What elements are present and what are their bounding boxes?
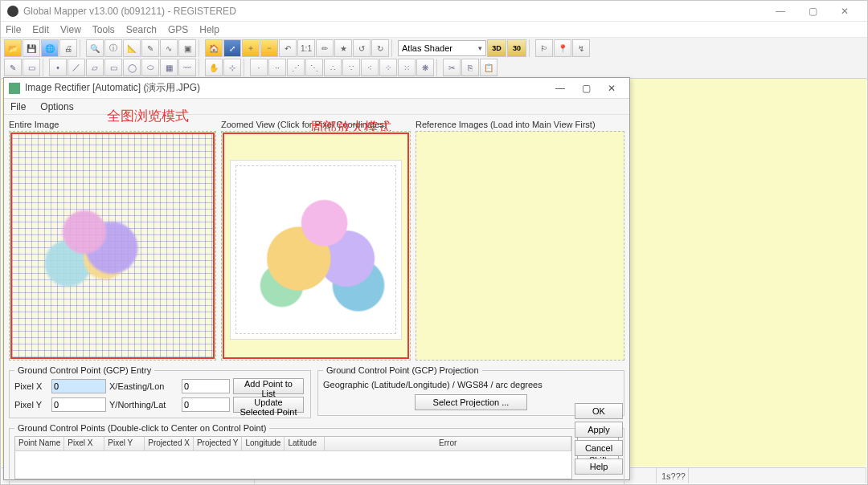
select-icon[interactable]: ▭ <box>23 59 40 76</box>
cancel-button[interactable]: Cancel <box>575 440 623 456</box>
dialog-minimize-button[interactable]: — <box>547 79 573 97</box>
dialog-close-button[interactable]: ✕ <box>599 79 624 97</box>
digitizer-icon[interactable]: ✎ <box>4 59 22 76</box>
y-northing-label: Y/Northing/Lat <box>109 400 178 410</box>
full-extent-icon[interactable]: ⤢ <box>223 39 241 57</box>
pixel-y-label: Pixel Y <box>14 400 48 410</box>
toolbar-row-2: ✎ ▭ • ／ ▱ ▭ ◯ ⬭ ▦ 〰 ✋ ⊹ · ·· ⋰ ⋱ ∴ ∵ ⁖ ⁘… <box>4 59 864 76</box>
pt1-icon[interactable]: · <box>250 59 268 76</box>
zoom-in-icon[interactable]: ＋ <box>242 39 260 57</box>
col-longitude[interactable]: Longitude <box>242 437 285 450</box>
zoom-tool-icon[interactable]: 🔍 <box>86 39 104 57</box>
pt10-icon[interactable]: ❋ <box>416 59 434 76</box>
print-icon[interactable]: 🖨 <box>59 39 77 57</box>
dialog-body: 全图浏览模式 Entire Image Zoomed View (Click f… <box>4 115 629 479</box>
point-tool-icon[interactable]: • <box>49 59 67 76</box>
line-tool-icon[interactable]: ／ <box>68 59 85 76</box>
x-easting-input[interactable] <box>182 379 230 393</box>
zoom-scale-icon[interactable]: 1:1 <box>297 39 315 57</box>
pt2-icon[interactable]: ·· <box>268 59 286 76</box>
shader-combo[interactable]: Atlas Shader <box>398 40 486 56</box>
gcp-table-body[interactable] <box>15 451 571 479</box>
maximize-button[interactable]: ▢ <box>796 2 829 20</box>
pt7-icon[interactable]: ⁖ <box>361 59 379 76</box>
home-icon[interactable]: 🏠 <box>205 39 223 57</box>
gcp-projection-legend: Ground Control Point (GCP) Projection <box>323 365 482 375</box>
track-icon[interactable]: ↯ <box>572 39 590 57</box>
btn-3d[interactable]: 3D <box>487 39 506 57</box>
pt9-icon[interactable]: ⁙ <box>398 59 416 76</box>
measure-tool-icon[interactable]: 📐 <box>123 39 141 57</box>
pt6-icon[interactable]: ∵ <box>342 59 360 76</box>
entire-image-pane[interactable] <box>9 131 216 361</box>
apply-button[interactable]: Apply <box>575 422 623 438</box>
y-northing-input[interactable] <box>182 397 230 412</box>
col-projected-y[interactable]: Projected Y <box>194 437 243 450</box>
gcp-list-fieldset: Ground Control Points (Double-click to C… <box>9 423 624 485</box>
globe-icon[interactable]: 🌐 <box>41 39 59 57</box>
menu-file[interactable]: File <box>6 24 21 35</box>
pt4-icon[interactable]: ⋱ <box>305 59 323 76</box>
area-tool-icon[interactable]: ▱ <box>86 59 104 76</box>
gps-icon[interactable]: 📍 <box>554 39 571 57</box>
col-error[interactable]: Error <box>325 437 571 450</box>
vertex-edit-icon[interactable]: ⊹ <box>223 59 241 76</box>
favorite-icon[interactable]: ★ <box>334 39 352 57</box>
undo-icon[interactable]: ↺ <box>353 39 371 57</box>
pan-icon[interactable]: ✋ <box>205 59 223 76</box>
toolbars: 📂 💾 🌐 🖨 🔍 ⓘ 📐 ✎ ∿ ▣ 🏠 ⤢ ＋ － ↶ 1:1 ✏ ★ ↺ … <box>1 38 867 80</box>
ok-button[interactable]: OK <box>575 403 623 419</box>
freehand-tool-icon[interactable]: 〰 <box>178 59 196 76</box>
zoomed-view-pane[interactable] <box>221 131 411 361</box>
col-projected-x[interactable]: Projected X <box>145 437 194 450</box>
dialog-maximize-button[interactable]: ▢ <box>573 79 599 97</box>
grid-tool-icon[interactable]: ▦ <box>160 59 178 76</box>
pixel-x-input[interactable] <box>51 379 106 393</box>
rect-tool-icon[interactable]: ▭ <box>104 59 122 76</box>
flag-icon[interactable]: 🏳 <box>535 39 553 57</box>
swath-icon[interactable]: ∿ <box>160 39 178 57</box>
reference-images-pane[interactable] <box>416 131 624 361</box>
x-easting-label: X/Easting/Lon <box>109 381 178 391</box>
circle-tool-icon[interactable]: ◯ <box>123 59 141 76</box>
menu-edit[interactable]: Edit <box>32 24 49 35</box>
col-pixel-y[interactable]: Pixel Y <box>104 437 145 450</box>
help-button[interactable]: Help <box>575 459 623 475</box>
zoom-out-icon[interactable]: － <box>260 39 278 57</box>
add-point-button[interactable]: Add Point to List <box>233 378 304 394</box>
gcp-table[interactable]: Point Name Pixel X Pixel Y Projected X P… <box>14 436 572 479</box>
minimize-button[interactable]: — <box>764 2 796 20</box>
select-projection-button[interactable]: Select Projection ... <box>415 394 527 410</box>
dialog-menu-file[interactable]: File <box>10 101 26 112</box>
main-titlebar: Global Mapper v13.00 (b091211) - REGISTE… <box>1 1 867 22</box>
pt8-icon[interactable]: ⁘ <box>379 59 397 76</box>
pencil2-icon[interactable]: ✏ <box>316 39 334 57</box>
update-point-button[interactable]: Update Selected Point <box>233 397 304 413</box>
pt3-icon[interactable]: ⋰ <box>287 59 305 76</box>
ellipse-tool-icon[interactable]: ⬭ <box>141 59 159 76</box>
cut-icon[interactable]: ✂ <box>443 59 461 76</box>
copy-icon[interactable]: ⎘ <box>461 59 479 76</box>
btn-3d-alt[interactable]: 30 <box>507 39 526 57</box>
pt5-icon[interactable]: ∴ <box>324 59 342 76</box>
menu-search[interactable]: Search <box>126 24 157 35</box>
save-icon[interactable]: 💾 <box>23 39 40 57</box>
redo-icon[interactable]: ↻ <box>371 39 389 57</box>
close-button[interactable]: ✕ <box>829 2 861 20</box>
paste-icon[interactable]: 📋 <box>480 59 497 76</box>
pencil-icon[interactable]: ✎ <box>141 39 159 57</box>
info-tool-icon[interactable]: ⓘ <box>104 39 122 57</box>
col-latitude[interactable]: Latitude <box>285 437 325 450</box>
entire-image-thumbnail <box>12 134 213 357</box>
open-icon[interactable]: 📂 <box>4 39 22 57</box>
menu-help[interactable]: Help <box>199 24 219 35</box>
threed-icon[interactable]: ▣ <box>178 39 196 57</box>
menu-gps[interactable]: GPS <box>168 24 188 35</box>
col-pixel-x[interactable]: Pixel X <box>64 437 104 450</box>
col-point-name[interactable]: Point Name <box>15 437 64 450</box>
pixel-y-input[interactable] <box>51 397 106 412</box>
dialog-menu-options[interactable]: Options <box>40 101 73 112</box>
menu-view[interactable]: View <box>60 24 81 35</box>
menu-tools[interactable]: Tools <box>92 24 115 35</box>
zoom-prev-icon[interactable]: ↶ <box>279 39 297 57</box>
